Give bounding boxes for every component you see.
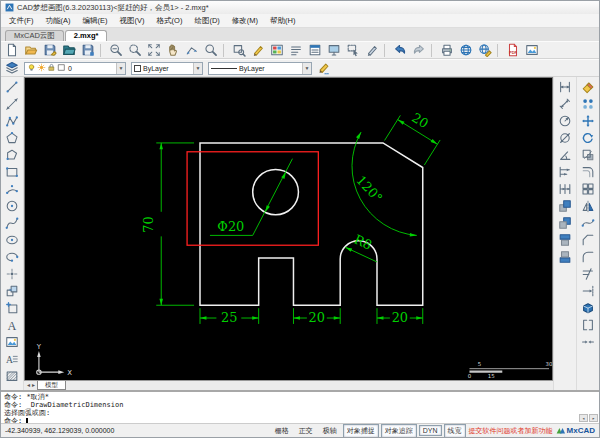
scale-icon[interactable] [579, 147, 598, 162]
status-toggle-lineweight[interactable]: 线宽 [444, 424, 466, 438]
move-icon[interactable] [579, 113, 598, 128]
dim-aligned-icon[interactable] [556, 96, 575, 111]
menu-item-draw[interactable]: 绘图(D) [188, 15, 225, 27]
properties-palette-icon[interactable] [306, 42, 324, 58]
break-icon[interactable] [579, 317, 598, 332]
scroll-right-icon[interactable]: ▸ [589, 414, 598, 422]
dim-continue-icon[interactable] [556, 181, 575, 196]
redo-icon[interactable] [410, 42, 428, 58]
draw-pencil-icon[interactable] [315, 60, 333, 76]
status-toggle-dyn[interactable]: DYN [419, 425, 442, 436]
menu-item-edit[interactable]: 编辑(E) [77, 15, 114, 27]
dim-angular-icon[interactable] [556, 147, 575, 162]
draw-order-front-icon[interactable] [556, 198, 575, 213]
document-tab-0[interactable]: MxCAD云图 [5, 30, 64, 41]
draw-order-back-icon[interactable] [556, 215, 575, 230]
menu-item-help[interactable]: 帮助(H) [264, 15, 301, 27]
status-toggle-otrack[interactable]: 对象追踪 [381, 424, 417, 438]
layer-manager-icon[interactable] [268, 42, 286, 58]
block-insert-icon[interactable] [3, 283, 22, 298]
draw-order-above-icon[interactable] [556, 232, 575, 247]
polyline-icon[interactable] [3, 113, 22, 128]
hatch-icon[interactable] [3, 368, 22, 383]
copy-icon[interactable] [579, 96, 598, 111]
edit-pencil-icon[interactable] [363, 42, 381, 58]
file-new-icon[interactable] [3, 42, 21, 58]
status-toggle-polar[interactable]: 极轴 [319, 424, 341, 438]
dim-baseline-icon[interactable] [556, 164, 575, 179]
display-settings-icon[interactable] [325, 42, 343, 58]
zoom-extents-icon[interactable] [145, 42, 163, 58]
spline-icon[interactable] [3, 215, 22, 230]
draw-order-below-icon[interactable] [556, 249, 575, 264]
pan-icon[interactable] [164, 42, 182, 58]
arc-icon[interactable] [3, 181, 22, 196]
closed-shape-icon[interactable] [3, 147, 22, 162]
status-toggle-ortho[interactable]: 正交 [295, 424, 317, 438]
extend-icon[interactable] [579, 283, 598, 298]
block-create-icon[interactable] [3, 300, 22, 315]
drawing-canvas[interactable]: 70 25 20 20 Φ20 20 120° R8 Y [24, 77, 553, 380]
tab-scroll-left-icon[interactable]: ◂ [27, 381, 30, 390]
command-prompt-line[interactable]: 命令: [4, 417, 596, 423]
menu-item-format[interactable]: 格式(O) [151, 15, 189, 27]
text-icon[interactable]: A [3, 317, 22, 332]
explode-icon[interactable] [579, 300, 598, 315]
status-toggle-osnap[interactable]: 对象捕捉 [343, 424, 379, 438]
point-icon[interactable] [3, 266, 22, 281]
menu-item-file[interactable]: 文件(F) [3, 15, 40, 27]
file-save-icon[interactable] [41, 42, 59, 58]
rectangle-icon[interactable] [3, 164, 22, 179]
rotate-icon[interactable] [579, 130, 598, 145]
feedback-link[interactable]: 提交软件问题或者加新功能 [469, 426, 553, 436]
ellipse-icon[interactable] [3, 232, 22, 247]
linetype-select[interactable]: ByLayer ▼ [208, 62, 312, 75]
menu-item-view[interactable]: 视图(V) [114, 15, 151, 27]
print-icon[interactable] [438, 42, 456, 58]
model-tab[interactable]: 模型 [37, 381, 66, 390]
menu-item-modify[interactable]: 修改(M) [226, 15, 264, 27]
command-line[interactable]: 命令: *取消*命令: _DrawDiametricDimension选择圆弧或… [1, 390, 599, 423]
zoom-window-icon[interactable] [126, 42, 144, 58]
select-icon[interactable] [344, 42, 362, 58]
image-icon[interactable] [3, 334, 22, 349]
erase-icon[interactable] [579, 79, 598, 94]
trim-icon[interactable] [579, 266, 598, 281]
mirror-icon[interactable] [579, 198, 598, 213]
layer-select[interactable]: 0 ▼ [24, 62, 126, 75]
folder-open-icon[interactable] [60, 42, 78, 58]
zoom-out-icon[interactable] [107, 42, 125, 58]
join-icon[interactable] [579, 334, 598, 349]
mtext-icon[interactable]: A [3, 351, 22, 366]
zoom-prev-icon[interactable] [183, 42, 201, 58]
file-open-icon[interactable] [22, 42, 40, 58]
web-icon[interactable] [457, 42, 475, 58]
menu-item-function[interactable]: 功能(A) [40, 15, 77, 27]
dim-diameter-icon[interactable] [556, 130, 575, 145]
draw-pencil-icon[interactable] [249, 42, 267, 58]
construction-line-icon[interactable] [3, 96, 22, 111]
pdf-export-icon[interactable]: PDF [504, 42, 522, 58]
array-icon[interactable] [579, 181, 598, 196]
undo-icon[interactable] [391, 42, 409, 58]
zoom-in-icon[interactable] [202, 42, 220, 58]
save-as-icon[interactable] [79, 42, 97, 58]
chamfer-icon[interactable] [579, 232, 598, 247]
color-select[interactable]: ByLayer ▼ [131, 62, 203, 75]
status-toggle-grid[interactable]: 栅格 [271, 424, 293, 438]
web-edit-icon[interactable] [476, 42, 494, 58]
image-export-icon[interactable] [523, 42, 541, 58]
find-icon[interactable] [230, 42, 248, 58]
polygon-icon[interactable] [3, 130, 22, 145]
dim-radius-icon[interactable] [556, 113, 575, 128]
document-tab-1[interactable]: 2.mxg* [65, 30, 108, 41]
scroll-left-icon[interactable]: ◂ [579, 414, 588, 422]
text-style-icon[interactable] [287, 42, 305, 58]
offset-icon[interactable] [579, 164, 598, 179]
layers-stack-icon[interactable] [3, 60, 21, 76]
spline-fit-icon[interactable] [579, 215, 598, 230]
tab-scroll-right-icon[interactable]: ▸ [32, 381, 35, 390]
circle-icon[interactable] [3, 198, 22, 213]
fillet-icon[interactable] [579, 249, 598, 264]
line-icon[interactable] [3, 79, 22, 94]
